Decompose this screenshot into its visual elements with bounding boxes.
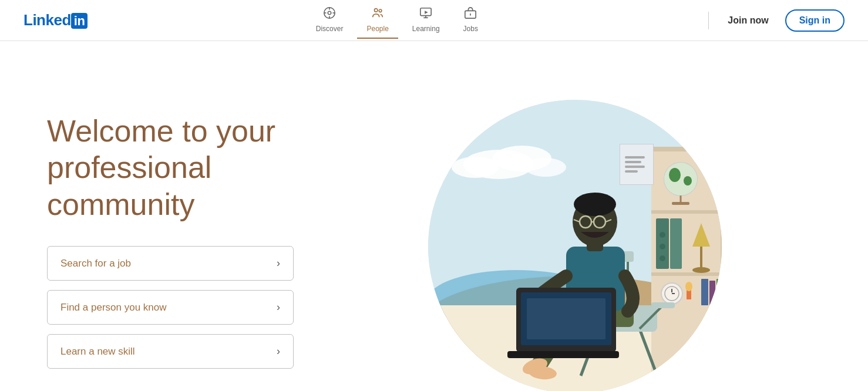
bookshelf: [651, 146, 792, 382]
auth-buttons: Join now Sign in: [706, 9, 845, 32]
svg-point-48: [660, 255, 665, 261]
doc-line: [625, 161, 641, 163]
svg-point-22: [525, 158, 566, 177]
learning-label: Learning: [412, 25, 440, 33]
svg-rect-103: [769, 169, 783, 181]
svg-point-110: [774, 167, 779, 172]
guitar: [759, 167, 792, 302]
svg-marker-97: [734, 348, 742, 356]
illustration-section: [352, 76, 821, 391]
svg-rect-29: [721, 214, 724, 276]
svg-point-62: [685, 282, 692, 291]
svg-point-7: [379, 9, 382, 12]
people-label: People: [366, 25, 388, 33]
stacked-books: [698, 346, 769, 391]
svg-point-108: [765, 169, 769, 174]
svg-rect-36: [731, 156, 739, 207]
svg-point-21: [452, 157, 499, 178]
svg-rect-93: [701, 358, 769, 371]
svg-rect-52: [728, 223, 775, 255]
svg-rect-82: [527, 298, 605, 339]
svg-rect-67: [739, 282, 780, 305]
jobs-icon: [464, 6, 477, 22]
svg-point-6: [375, 9, 378, 12]
svg-rect-39: [761, 161, 769, 207]
sign-in-button[interactable]: Sign in: [785, 9, 845, 32]
svg-rect-95: [707, 348, 715, 356]
main-illustration: [381, 76, 792, 391]
people-icon: [371, 6, 384, 22]
cta-find-person[interactable]: Find a person you know ›: [47, 290, 294, 325]
cta-learn-skill[interactable]: Learn a new skill ›: [47, 334, 294, 369]
nav-divider: [708, 12, 709, 29]
svg-rect-38: [749, 157, 759, 207]
svg-rect-45: [670, 218, 682, 269]
svg-rect-40: [770, 156, 780, 207]
svg-rect-92: [698, 370, 769, 383]
svg-rect-64: [709, 281, 715, 305]
cta-search-job[interactable]: Search for a job ›: [47, 246, 294, 281]
svg-point-46: [660, 232, 665, 238]
svg-rect-50: [700, 247, 702, 269]
svg-rect-53: [734, 229, 748, 250]
svg-rect-37: [741, 159, 748, 207]
svg-point-109: [769, 168, 774, 173]
svg-point-55: [739, 239, 742, 242]
svg-rect-94: [704, 346, 769, 359]
discover-label: Discover: [316, 25, 344, 33]
svg-rect-27: [651, 272, 792, 276]
svg-point-41: [753, 151, 767, 160]
svg-rect-99: [699, 382, 768, 390]
doc-line: [625, 166, 645, 168]
svg-rect-66: [726, 277, 732, 305]
doc-line: [625, 170, 638, 173]
svg-rect-26: [651, 210, 792, 214]
svg-point-32: [669, 168, 681, 182]
svg-point-56: [759, 239, 763, 242]
header: Linkedin Discover People: [0, 0, 868, 41]
svg-rect-28: [721, 147, 724, 214]
discover-icon: [323, 6, 336, 22]
join-now-button[interactable]: Join now: [718, 11, 778, 31]
doc-line: [625, 156, 645, 159]
cta-list: Search for a job › Find a person you kno…: [47, 246, 294, 369]
logo-text: Linkedin: [23, 11, 88, 29]
cta-search-job-label: Search for a job: [60, 258, 131, 269]
nav-item-learning[interactable]: Learning: [403, 2, 449, 39]
chevron-right-icon: ›: [277, 257, 280, 269]
cta-find-person-label: Find a person you know: [60, 302, 167, 314]
svg-point-100: [759, 261, 792, 302]
learning-icon: [419, 6, 432, 22]
svg-rect-83: [507, 351, 619, 358]
svg-point-98: [698, 376, 769, 391]
svg-point-47: [660, 244, 665, 250]
linkedin-logo[interactable]: Linkedin: [23, 11, 88, 29]
svg-point-101: [764, 226, 788, 255]
chevron-right-icon: ›: [277, 301, 280, 314]
svg-rect-113: [769, 294, 783, 297]
svg-rect-102: [772, 176, 780, 244]
chevron-right-icon: ›: [277, 345, 280, 358]
cta-learn-skill-label: Learn a new skill: [60, 346, 135, 358]
svg-rect-35: [672, 202, 689, 205]
nav-item-jobs[interactable]: Jobs: [454, 2, 487, 39]
hero-title: Welcome to your professional community: [47, 113, 329, 223]
svg-marker-42: [753, 146, 759, 153]
nav-item-discover[interactable]: Discover: [307, 2, 353, 39]
svg-rect-75: [651, 302, 675, 308]
svg-rect-63: [701, 279, 708, 305]
svg-point-51: [692, 267, 710, 273]
svg-point-31: [664, 163, 697, 196]
svg-rect-65: [716, 279, 725, 305]
svg-rect-25: [651, 147, 792, 151]
main-nav: Discover People Learning: [307, 2, 487, 39]
main-content: Welcome to your professional community S…: [0, 41, 868, 391]
svg-point-86: [574, 193, 616, 216]
hero-section: Welcome to your professional community S…: [47, 113, 352, 369]
svg-point-33: [684, 176, 692, 186]
svg-point-1: [328, 11, 331, 15]
svg-marker-43: [761, 146, 767, 153]
nav-item-people[interactable]: People: [357, 2, 398, 39]
svg-marker-9: [425, 11, 428, 14]
svg-point-96: [719, 348, 727, 356]
